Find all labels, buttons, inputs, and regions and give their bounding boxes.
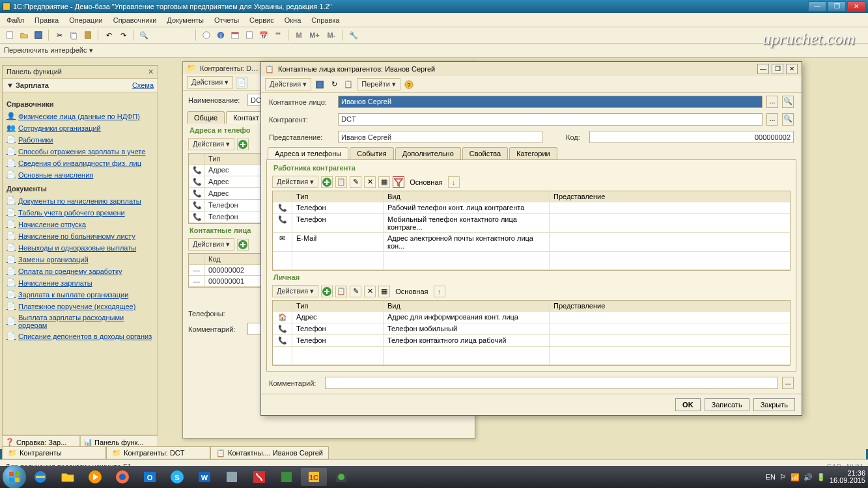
- menu-operations[interactable]: Операции: [66, 15, 105, 25]
- taskbar-skype-icon[interactable]: S: [164, 468, 190, 486]
- memory-plus[interactable]: М+: [307, 29, 322, 41]
- table-row[interactable]: 🏠АдресАдрес для информирования конт. лиц…: [273, 312, 790, 323]
- scheme-link[interactable]: Схема: [132, 81, 154, 89]
- copy-icon[interactable]: 📋: [335, 286, 347, 297]
- code-input[interactable]: [589, 131, 794, 143]
- menu-directories[interactable]: Справочники: [111, 15, 160, 25]
- doc-link[interactable]: 📄Начисление по больничному листу: [4, 230, 156, 242]
- tray-sound-icon[interactable]: 🔊: [804, 473, 813, 481]
- expand-button[interactable]: ...: [782, 377, 794, 389]
- taskbar-app-icon[interactable]: [273, 468, 300, 486]
- doc-link[interactable]: 📄Зарплата к выплате организации: [4, 289, 156, 301]
- edit-icon[interactable]: ✎: [350, 286, 361, 297]
- save-icon[interactable]: [314, 79, 326, 90]
- add-icon[interactable]: [237, 139, 249, 150]
- taskbar-firefox-icon[interactable]: [109, 468, 135, 486]
- doc-link[interactable]: 📄Выплата зарплаты расходными ордерам: [4, 312, 156, 331]
- ok-button[interactable]: OK: [675, 398, 701, 411]
- taskbar-ie-icon[interactable]: [27, 468, 53, 486]
- goto-dropdown[interactable]: Перейти ▾: [357, 78, 400, 90]
- taskbar-media-icon[interactable]: [82, 468, 108, 486]
- taskbar-app-icon[interactable]: [219, 468, 245, 486]
- arrow-up-icon[interactable]: ↑: [434, 286, 445, 297]
- mdi-tab[interactable]: 📋Контактны.... Иванов Сергей: [210, 446, 329, 459]
- contact-person-field[interactable]: Иванов Сергей: [338, 96, 763, 108]
- comment-input[interactable]: [325, 377, 778, 389]
- maximize-button[interactable]: ❐: [828, 1, 846, 12]
- actions-dropdown[interactable]: Действия ▾: [265, 78, 311, 90]
- table-row[interactable]: 📞ТелефонРабочий телефон конт. лица контр…: [273, 202, 790, 214]
- calendar-icon[interactable]: [229, 29, 241, 41]
- tab-categories[interactable]: Категории: [509, 147, 557, 159]
- menu-edit[interactable]: Правка: [32, 15, 61, 25]
- copy-icon[interactable]: 📋: [335, 176, 347, 188]
- help-circle-icon[interactable]: [201, 29, 212, 41]
- redo-icon[interactable]: ↷: [117, 29, 129, 41]
- tab-events[interactable]: События: [350, 147, 393, 159]
- magnify-icon[interactable]: 🔍: [782, 113, 794, 126]
- menu-reports[interactable]: Отчеты: [212, 15, 242, 25]
- dir-link[interactable]: 📄Основные начисления: [4, 169, 156, 181]
- toggle-icon[interactable]: ▦: [378, 286, 390, 297]
- refresh-icon[interactable]: ↻: [328, 79, 340, 90]
- menu-service[interactable]: Сервис: [247, 15, 277, 25]
- add-icon[interactable]: [237, 239, 249, 251]
- mdi-tab[interactable]: 📁Контрагенты: [2, 446, 106, 459]
- representation-input[interactable]: [338, 131, 542, 143]
- close-button[interactable]: ✕: [786, 64, 798, 74]
- menu-file[interactable]: Файл: [4, 15, 27, 25]
- dir-link[interactable]: 📄Работники: [4, 134, 156, 146]
- choose-button[interactable]: ...: [766, 113, 778, 126]
- add-icon[interactable]: [321, 286, 333, 297]
- toggle-icon[interactable]: ▦: [378, 176, 390, 188]
- arrow-down-icon[interactable]: ↓: [448, 176, 460, 188]
- taskbar-acrobat-icon[interactable]: [246, 468, 272, 486]
- doc-link[interactable]: 📄Начисление отпуска: [4, 219, 156, 230]
- memory-minus[interactable]: М-: [324, 29, 339, 41]
- undo-icon[interactable]: ↶: [103, 29, 115, 41]
- table-row[interactable]: ✉E-MailАдрес электронной почты контактно…: [273, 233, 790, 252]
- doc-link[interactable]: 📄Платежное поручение (исходящее): [4, 301, 156, 312]
- tray-clock[interactable]: 21:36 16.09.2015: [830, 470, 865, 484]
- users-icon[interactable]: [272, 29, 284, 41]
- doc-link[interactable]: 📄Невыходы и одноразовые выплаты: [4, 242, 156, 254]
- info-icon[interactable]: i: [215, 29, 227, 41]
- actions-dropdown[interactable]: Действия ▾: [188, 238, 234, 251]
- close-button[interactable]: Закрыть: [753, 398, 795, 411]
- magnify-icon[interactable]: 🔍: [782, 96, 794, 108]
- tray-lang[interactable]: EN: [766, 473, 776, 481]
- doc-link[interactable]: 📄Начисление зарплаты: [4, 277, 156, 289]
- minimize-button[interactable]: —: [808, 1, 826, 12]
- dir-link[interactable]: 📄Сведения об инвалидности физ. лиц: [4, 157, 156, 169]
- doc-link[interactable]: 📄Табель учета рабочего времени: [4, 207, 156, 219]
- doc-link[interactable]: 📄Замены организаций: [4, 254, 156, 265]
- doc-link[interactable]: 📄Оплата по среднему заработку: [4, 265, 156, 277]
- save-icon[interactable]: [33, 29, 44, 41]
- new-doc-icon[interactable]: [4, 29, 16, 41]
- filter-icon[interactable]: [393, 176, 404, 188]
- close-icon[interactable]: ✕: [148, 68, 154, 76]
- open-icon[interactable]: [18, 29, 30, 41]
- actions-dropdown[interactable]: Действия ▾: [272, 285, 318, 297]
- delete-icon[interactable]: ✕: [364, 286, 376, 297]
- doc-link[interactable]: 📄Списание депонентов в доходы организ: [4, 331, 156, 342]
- memory-m[interactable]: М: [293, 29, 305, 41]
- dir-link[interactable]: 📄Способы отражения зарплаты в учете: [4, 146, 156, 157]
- tab-additional[interactable]: Дополнительно: [395, 147, 461, 159]
- choose-button[interactable]: ...: [766, 96, 778, 108]
- taskbar-outlook-icon[interactable]: O: [137, 468, 163, 486]
- interface-switcher[interactable]: Переключить интерфейс ▾: [0, 44, 868, 58]
- tray-flag-icon[interactable]: 🏳: [779, 473, 787, 481]
- dir-link[interactable]: 👤Физические лица (данные по НДФП): [4, 111, 156, 122]
- menu-windows[interactable]: Окна: [282, 15, 304, 25]
- toolbar-icon[interactable]: 📄: [236, 77, 247, 88]
- menu-help[interactable]: Справка: [309, 15, 342, 25]
- maximize-button[interactable]: ❐: [772, 64, 783, 74]
- taskbar-1c-icon[interactable]: 1C: [301, 468, 327, 486]
- date-icon[interactable]: 📅: [258, 29, 270, 41]
- mdi-tab[interactable]: 📁Контрагенты: DCT: [106, 446, 210, 459]
- add-icon[interactable]: [321, 176, 333, 188]
- tray-battery-icon[interactable]: 🔋: [817, 473, 826, 481]
- paste-icon[interactable]: [82, 29, 94, 41]
- list-icon[interactable]: 📋: [343, 79, 354, 90]
